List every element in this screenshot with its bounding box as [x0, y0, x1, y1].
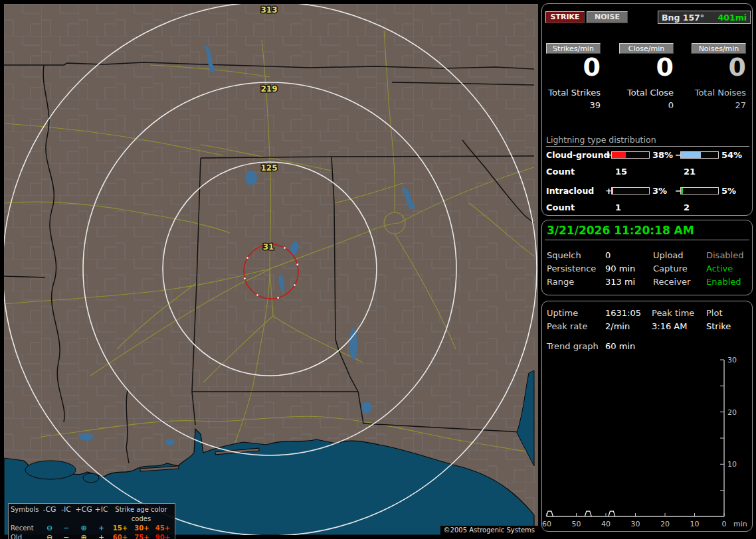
neg-cg-recent-icon: ⊖ [41, 524, 58, 533]
strike-toggle-button[interactable]: STRIKE [545, 11, 585, 23]
age-75: 75+ [131, 533, 153, 539]
capture-label: Capture [653, 264, 688, 273]
cg-plus-bar [611, 151, 650, 159]
ic-count-label: Count [546, 202, 575, 212]
noise-toggle-button[interactable]: NOISE [587, 11, 628, 23]
intracloud-label: Intracloud [546, 186, 594, 196]
pos-ic-recent-icon: + [93, 524, 110, 533]
distribution-title: Lightning type distribution [546, 135, 749, 147]
legend-old-label: Old [11, 533, 41, 539]
trend-graph: 1020306050403020100min [542, 354, 752, 532]
trend-graph-label: Trend graph [547, 341, 599, 351]
legend-col-pos-ic: +IC [93, 505, 110, 524]
strike-counters-panel: STRIKE NOISE Bng 157° 401mi Strikes/min … [541, 3, 753, 216]
trend-panel: Uptime 1631:05 Peak time Plot Peak rate … [541, 301, 753, 532]
noises-per-min-value: 0 [692, 55, 746, 79]
map-canvas: 313 219 125 31 [4, 4, 538, 535]
peak-time-label: Peak time [652, 308, 694, 318]
upload-label: Upload [653, 250, 684, 260]
trend-window-value: 60 min [605, 341, 635, 351]
cg-plus-count: 15 [615, 167, 627, 177]
cg-plus-bar-fill [612, 152, 626, 158]
svg-text:30: 30 [631, 520, 640, 528]
peak-time-value: 3:16 AM [652, 321, 687, 331]
receiver-status: Enabled [706, 277, 741, 287]
range-label: Range [547, 277, 574, 287]
cg-count-label: Count [546, 167, 575, 177]
ic-minus-bar-fill [681, 188, 683, 194]
ic-plus-pct: 3% [652, 186, 667, 196]
svg-text:60: 60 [542, 520, 551, 528]
squelch-value: 0 [605, 250, 611, 260]
legend-recent-label: Recent [11, 524, 41, 533]
squelch-label: Squelch [547, 250, 581, 260]
cg-minus-count: 21 [684, 167, 696, 177]
svg-text:20: 20 [660, 520, 670, 528]
range-value: 313 mi [605, 277, 635, 287]
total-strikes-value: 39 [542, 100, 601, 110]
upload-status: Disabled [706, 250, 743, 260]
svg-text:30: 30 [727, 356, 737, 364]
ic-plus-bar-fill [612, 188, 613, 194]
total-close-label: Total Close [615, 88, 674, 98]
nexstorm-window: 313 219 125 31 Symbols -CG -IC +CG +IC S… [0, 0, 756, 539]
ring-label-313: 313 [260, 5, 277, 15]
peak-rate-value: 2/min [605, 321, 630, 331]
plot-value: Strike [706, 321, 731, 331]
cg-minus-bar [680, 151, 719, 159]
svg-text:50: 50 [572, 520, 581, 528]
legend-age-header: Strike age color codes [110, 505, 173, 524]
total-noises-value: 27 [688, 100, 746, 110]
copyright-text: ©2005 Astrogenic Systems [440, 526, 538, 535]
cloud-ground-label: Cloud-ground [546, 150, 610, 160]
datetime-divider [545, 240, 749, 240]
uptime-label: Uptime [547, 308, 578, 318]
svg-text:0: 0 [722, 520, 727, 528]
ic-minus-bar [680, 187, 719, 194]
pos-cg-recent-icon: ⊕ [74, 524, 93, 533]
capture-status: Active [706, 264, 733, 273]
datetime-display: 3/21/2026 11:20:18 AM [547, 224, 694, 237]
uptime-value: 1631:05 [605, 308, 641, 318]
distance-value: 401mi [718, 13, 747, 23]
legend-col-neg-ic: -IC [58, 505, 74, 524]
strikes-per-min-value: 0 [546, 55, 601, 79]
receiver-label: Receiver [653, 277, 690, 287]
age-90: 90+ [153, 533, 173, 539]
svg-text:40: 40 [601, 520, 611, 528]
ring-label-219: 219 [260, 84, 277, 94]
bearing-readout: Bng 157° 401mi [658, 11, 751, 24]
ic-plus-bar [611, 187, 650, 194]
ic-plus-count: 1 [615, 202, 621, 212]
map-display[interactable]: 313 219 125 31 Symbols -CG -IC +CG +IC S… [4, 4, 538, 535]
ic-minus-count: 2 [684, 202, 690, 212]
cg-minus-bar-fill [681, 152, 701, 158]
legend-col-neg-cg: -CG [41, 505, 58, 524]
legend-symbols-header: Symbols [11, 505, 41, 524]
total-strikes-label: Total Strikes [542, 88, 601, 98]
age-60: 60+ [110, 533, 131, 539]
peak-rate-label: Peak rate [547, 321, 587, 331]
total-close-value: 0 [615, 100, 674, 110]
total-noises-label: Total Noises [688, 88, 746, 98]
persistence-label: Persistence [547, 264, 596, 273]
cg-plus-pct: 38% [652, 150, 673, 160]
svg-text:10: 10 [727, 460, 737, 469]
plot-label: Plot [706, 308, 723, 318]
neg-ic-old-icon: − [58, 533, 74, 539]
pos-ic-old-icon: + [93, 533, 110, 539]
map-legend: Symbols -CG -IC +CG +IC Strike age color… [8, 503, 175, 539]
svg-text:min: min [733, 520, 747, 528]
bearing-value: Bng 157° [662, 13, 704, 23]
svg-text:10: 10 [690, 520, 700, 528]
pos-cg-old-icon: ⊕ [74, 533, 93, 539]
ic-minus-pct: 5% [721, 186, 736, 196]
status-panel: 3/21/2026 11:20:18 AM Squelch 0 Upload D… [541, 220, 753, 295]
persistence-value: 90 min [605, 264, 635, 273]
ring-label-31: 31 [263, 242, 274, 252]
ring-label-125: 125 [260, 163, 277, 173]
neg-ic-recent-icon: − [58, 524, 74, 533]
age-30: 30+ [131, 524, 153, 533]
cg-minus-pct: 54% [721, 150, 742, 160]
svg-text:20: 20 [727, 408, 737, 417]
